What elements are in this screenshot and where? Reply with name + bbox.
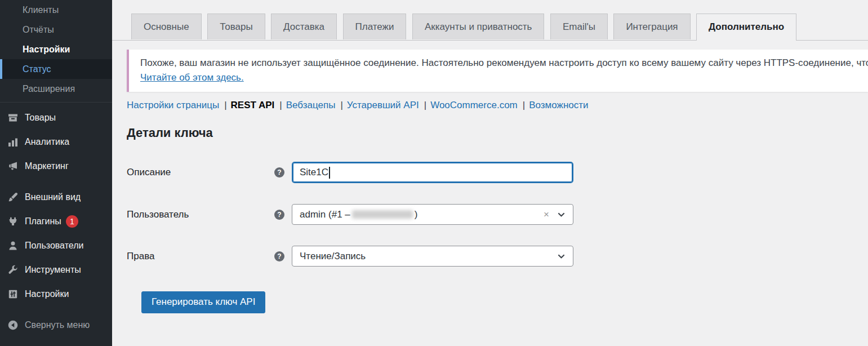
tab-emails[interactable]: Email'ы — [550, 14, 608, 39]
woocommerce-submenu: Клиенты Отчёты Настройки Статус Расширен… — [0, 0, 112, 99]
subnav-page-setup[interactable]: Настройки страницы — [127, 100, 219, 110]
tab-integration[interactable]: Интеграция — [613, 14, 690, 39]
advanced-section-subnav: Настройки страницы|REST API|Вебзацепы|Ус… — [127, 100, 868, 111]
sidebar-item-status[interactable]: Статус — [0, 59, 112, 79]
subnav-webhooks[interactable]: Вебзацепы — [286, 100, 336, 110]
sidebar-item-label: Настройки — [25, 289, 69, 299]
sidebar-item-wp-settings[interactable]: Настройки — [0, 282, 112, 306]
page-title: Детали ключа — [127, 126, 868, 140]
subnav-separator: | — [424, 100, 426, 110]
permissions-row: Права ? Чтение/Запись — [127, 246, 868, 267]
sidebar-item-analytics[interactable]: Аналитика — [0, 130, 112, 154]
notice-text: Похоже, ваш магазин не использует защищё… — [140, 57, 868, 68]
subnav-rest-api-current[interactable]: REST API — [231, 100, 275, 110]
megaphone-icon — [7, 161, 19, 172]
sidebar-group-gap — [0, 306, 112, 313]
description-value: Site1C — [300, 167, 328, 178]
sidebar-item-label: Пользователи — [25, 241, 83, 251]
subnav-features[interactable]: Возможности — [529, 100, 588, 110]
redacted-email — [352, 210, 413, 219]
user-label: Пользователь — [127, 209, 274, 220]
subnav-separator: | — [279, 100, 282, 110]
sidebar-item-label: Товары — [25, 113, 56, 123]
help-icon[interactable]: ? — [274, 210, 284, 220]
sliders-icon — [7, 289, 19, 300]
https-warning-notice: Похоже, ваш магазин не использует защищё… — [127, 50, 868, 92]
collapse-menu-button[interactable]: Свернуть меню — [0, 313, 112, 337]
tab-accounts-privacy[interactable]: Аккаунты и приватность — [412, 14, 545, 39]
tab-payments[interactable]: Платежи — [343, 14, 407, 39]
chevron-down-icon — [557, 252, 566, 260]
sidebar-item-settings-current[interactable]: Настройки — [0, 39, 112, 59]
subnav-legacy-api[interactable]: Устаревший API — [347, 100, 419, 110]
tab-general[interactable]: Основные — [131, 14, 202, 39]
text-cursor — [329, 167, 330, 179]
tab-products[interactable]: Товары — [207, 14, 265, 39]
subnav-separator: | — [340, 100, 342, 110]
subnav-separator: | — [224, 100, 226, 110]
user-icon — [7, 240, 19, 251]
user-select[interactable]: admin (#1 – ) × — [292, 204, 573, 225]
sidebar-item-products[interactable]: Товары — [0, 105, 112, 130]
collapse-arrow-icon — [7, 320, 19, 331]
sidebar-item-label: Аналитика — [25, 137, 69, 147]
sidebar-item-label: Маркетинг — [25, 161, 69, 171]
paintbrush-icon — [7, 192, 19, 203]
sidebar-item-extensions[interactable]: Расширения — [0, 79, 112, 99]
user-value-prefix: admin (#1 – — [300, 209, 350, 220]
sidebar-item-plugins[interactable]: Плагины 1 — [0, 209, 112, 233]
plugin-icon — [7, 216, 19, 227]
wrench-icon — [7, 264, 19, 276]
plugins-update-badge: 1 — [66, 215, 78, 228]
products-box-icon — [7, 112, 19, 123]
subnav-woocommerce-com[interactable]: WooCommerce.com — [430, 100, 518, 110]
sidebar-item-users[interactable]: Пользователи — [0, 233, 112, 258]
generate-api-key-button[interactable]: Генерировать ключ API — [141, 291, 265, 313]
notice-read-more-link[interactable]: Читайте об этом здесь. — [140, 72, 244, 83]
user-value-suffix: ) — [415, 209, 418, 220]
clear-selection-icon[interactable]: × — [544, 210, 549, 219]
sidebar-group-gap — [0, 178, 112, 185]
help-icon[interactable]: ? — [274, 167, 284, 178]
description-label: Описание — [127, 167, 274, 178]
sidebar-item-tools[interactable]: Инструменты — [0, 258, 112, 282]
permissions-select[interactable]: Чтение/Запись — [292, 246, 573, 267]
sidebar-item-reports[interactable]: Отчёты — [0, 20, 112, 39]
description-row: Описание ? Site1C — [127, 162, 868, 183]
sidebar-item-appearance[interactable]: Внешний вид — [0, 185, 112, 209]
sidebar-item-label: Инструменты — [25, 265, 81, 275]
tab-advanced[interactable]: Дополнительно — [696, 14, 796, 41]
permissions-value: Чтение/Запись — [300, 251, 366, 262]
sidebar-item-label: Внешний вид — [25, 192, 81, 202]
permissions-label: Права — [127, 251, 274, 262]
description-input[interactable]: Site1C — [292, 162, 573, 183]
subnav-separator: | — [523, 100, 525, 110]
sidebar-main-menu: Товары Аналитика Маркетинг Внешний вид — [0, 103, 112, 337]
sidebar-item-label: Плагины — [25, 216, 61, 227]
help-icon[interactable]: ? — [274, 251, 284, 261]
sidebar-item-label: Свернуть меню — [25, 320, 90, 330]
key-details-form: Описание ? Site1C Пользователь ? admin (… — [127, 162, 868, 313]
sidebar-item-marketing[interactable]: Маркетинг — [0, 154, 112, 178]
tab-shipping[interactable]: Доставка — [271, 14, 337, 39]
settings-tab-bar: Основные Товары Доставка Платежи Аккаунт… — [112, 0, 868, 41]
chevron-down-icon — [557, 210, 566, 219]
analytics-bars-icon — [7, 136, 19, 148]
settings-page: Основные Товары Доставка Платежи Аккаунт… — [112, 0, 868, 346]
admin-sidebar: Клиенты Отчёты Настройки Статус Расширен… — [0, 0, 112, 346]
user-row: Пользователь ? admin (#1 – ) × — [127, 204, 868, 225]
sidebar-item-customers[interactable]: Клиенты — [0, 0, 112, 20]
